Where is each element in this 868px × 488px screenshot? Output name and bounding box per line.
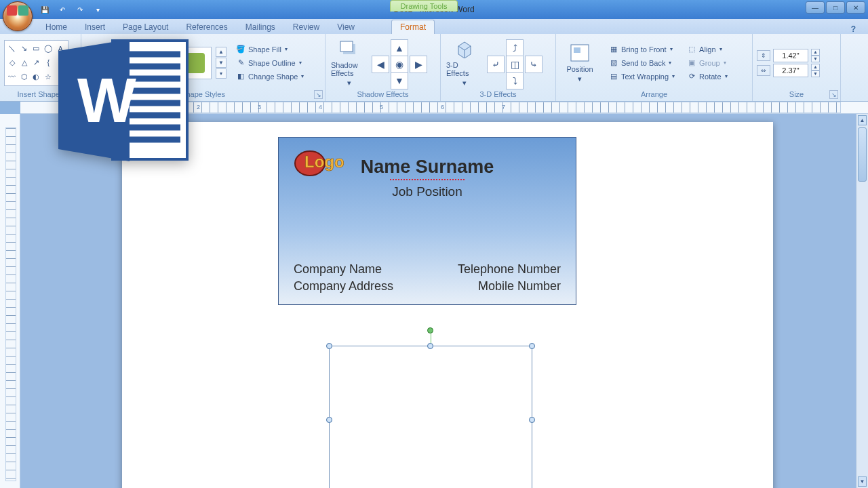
resize-handle-l[interactable] — [326, 417, 332, 423]
logo-graphic: Logo — [291, 147, 357, 180]
nudge-right-icon[interactable]: ▶ — [410, 56, 427, 73]
position-icon — [568, 42, 592, 64]
nudge-left-icon[interactable]: ◀ — [372, 56, 389, 73]
shape-fill-button[interactable]: 🪣Shape Fill▾ — [233, 43, 307, 56]
send-back-icon: ▧ — [609, 58, 618, 68]
scroll-up-icon[interactable]: ▲ — [858, 115, 867, 125]
rotate-icon: ⟳ — [687, 72, 696, 81]
tilt-down-icon[interactable]: ⤵ — [506, 72, 524, 89]
nudge-center-icon[interactable]: ◉ — [391, 56, 408, 73]
gallery-more-icon[interactable]: ▾ — [216, 68, 226, 79]
card-phone: Telephone Number — [458, 262, 561, 277]
bring-front-icon: ▦ — [609, 45, 618, 54]
svg-rect-1 — [340, 41, 353, 52]
card-job: Job Position — [294, 184, 561, 199]
page[interactable]: Logo Name Surname Job Position Company N… — [122, 122, 773, 488]
card-address: Company Address — [294, 279, 393, 293]
width-icon: ⇔ — [757, 65, 770, 76]
scroll-thumb[interactable] — [858, 127, 867, 182]
resize-handle-tl[interactable] — [326, 343, 332, 349]
svg-text:Logo: Logo — [304, 152, 344, 171]
spellcheck-underline — [390, 179, 465, 180]
scroll-down-icon[interactable]: ▼ — [858, 476, 867, 487]
selected-rectangle-shape[interactable] — [329, 346, 532, 488]
tilt-up-icon[interactable]: ⤴ — [506, 39, 524, 57]
height-down[interactable]: ▼ — [811, 56, 820, 62]
tab-view[interactable]: View — [329, 20, 363, 34]
office-button[interactable] — [3, 1, 33, 31]
pencil-icon: ✎ — [236, 58, 245, 68]
shape-height-input[interactable] — [773, 49, 808, 62]
shadow-icon — [337, 38, 361, 60]
position-button[interactable]: Position▾ — [560, 41, 599, 85]
bucket-icon: 🪣 — [236, 45, 245, 54]
group-button[interactable]: ▣Group▾ — [684, 57, 730, 69]
group-arrange: Arrange — [560, 89, 748, 100]
3d-tilt[interactable]: ⤴ ⤶◫⤷ ⤵ — [487, 39, 542, 87]
width-down[interactable]: ▼ — [811, 70, 820, 77]
close-button[interactable]: ✕ — [846, 1, 865, 14]
nudge-up-icon[interactable]: ▲ — [391, 39, 408, 57]
qat-more-icon[interactable]: ▾ — [90, 3, 105, 16]
quick-access-toolbar: 💾 ↶ ↷ ▾ — [37, 3, 105, 16]
text-wrapping-button[interactable]: ▤Text Wrapping▾ — [606, 70, 677, 83]
minimize-button[interactable]: — — [806, 1, 825, 14]
rotate-connector — [431, 333, 431, 344]
resize-handle-t[interactable] — [427, 343, 433, 349]
tab-insert[interactable]: Insert — [77, 20, 113, 34]
redo-icon[interactable]: ↷ — [73, 3, 87, 16]
undo-icon[interactable]: ↶ — [55, 3, 70, 16]
3d-effects-button[interactable]: 3-D Effects▾ — [445, 37, 484, 89]
tab-home[interactable]: Home — [37, 20, 75, 34]
change-shape-button[interactable]: ◧Change Shape▾ — [233, 70, 307, 83]
gallery-up-icon[interactable]: ▲ — [216, 47, 226, 57]
width-up[interactable]: ▲ — [811, 64, 820, 70]
nudge-down-icon[interactable]: ▼ — [391, 72, 408, 89]
ribbon-tabs: Home Insert Page Layout References Maili… — [0, 19, 868, 34]
document-workspace[interactable]: Logo Name Surname Job Position Company N… — [20, 114, 856, 488]
tab-review[interactable]: Review — [285, 20, 328, 34]
shape-width-input[interactable] — [773, 64, 808, 77]
tilt-left-icon[interactable]: ⤶ — [487, 56, 505, 73]
gallery-down-icon[interactable]: ▼ — [216, 58, 226, 68]
cube-icon — [452, 38, 477, 60]
save-icon[interactable]: 💾 — [37, 3, 52, 16]
contextual-tab-title: Drawing Tools — [390, 0, 458, 12]
group-size: Size — [757, 89, 836, 100]
send-to-back-button[interactable]: ▧Send to Back▾ — [606, 57, 677, 69]
business-card-shape[interactable]: Logo Name Surname Job Position Company N… — [278, 137, 576, 305]
help-icon[interactable]: ? — [847, 24, 860, 34]
rotate-button[interactable]: ⟳Rotate▾ — [684, 70, 730, 83]
tab-references[interactable]: References — [178, 20, 235, 34]
title-bar: 💾 ↶ ↷ ▾ Doc2 - Microsoft Word Drawing To… — [0, 0, 868, 19]
shadow-effects-button[interactable]: Shadow Effects▾ — [330, 37, 369, 89]
group-3d: 3-D Effects — [445, 89, 551, 100]
size-launcher[interactable]: ↘ — [829, 90, 838, 99]
tab-mailings[interactable]: Mailings — [237, 20, 283, 34]
resize-handle-tr[interactable] — [529, 343, 535, 349]
tab-format[interactable]: Format — [391, 20, 435, 34]
card-company: Company Name — [294, 262, 382, 277]
tilt-right-icon[interactable]: ⤷ — [525, 56, 542, 73]
svg-text:W: W — [77, 66, 136, 135]
vertical-scrollbar[interactable]: ▲ ▼ — [856, 114, 868, 488]
group-shadow: Shadow Effects — [330, 89, 436, 100]
tab-pagelayout[interactable]: Page Layout — [115, 20, 176, 34]
tilt-center-icon[interactable]: ◫ — [506, 56, 524, 73]
word-app-icon: W — [52, 34, 194, 166]
bring-to-front-button[interactable]: ▦Bring to Front▾ — [606, 43, 677, 56]
change-shape-icon: ◧ — [236, 72, 245, 81]
group-icon: ▣ — [687, 58, 696, 68]
align-icon: ⬚ — [687, 45, 696, 54]
height-up[interactable]: ▲ — [811, 49, 820, 56]
wrap-icon: ▤ — [609, 72, 618, 81]
resize-handle-r[interactable] — [529, 417, 535, 423]
shadow-nudge[interactable]: ▲ ◀◉▶ ▼ — [372, 39, 427, 87]
maximize-button[interactable]: □ — [826, 1, 845, 14]
align-button[interactable]: ⬚Align▾ — [684, 43, 730, 56]
rotate-handle[interactable] — [427, 327, 433, 333]
shape-styles-launcher[interactable]: ↘ — [314, 90, 323, 99]
shape-outline-button[interactable]: ✎Shape Outline▾ — [233, 57, 307, 69]
vertical-ruler[interactable] — [0, 114, 20, 488]
card-mobile: Mobile Number — [478, 279, 561, 293]
